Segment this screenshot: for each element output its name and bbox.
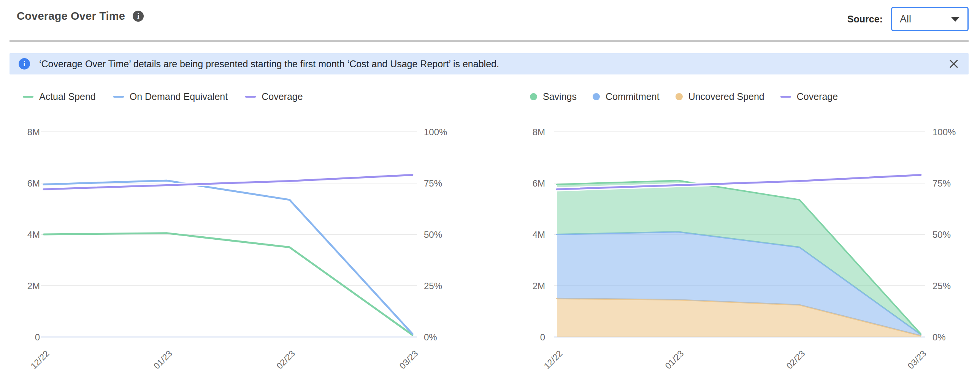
uncovered-spend-swatch <box>676 93 683 100</box>
legend-item-coverage[interactable]: Coverage <box>245 91 302 102</box>
legend-label: Savings <box>543 91 577 102</box>
legend-item-commitment[interactable]: Commitment <box>593 91 660 102</box>
source-control: Source: All <box>847 7 969 31</box>
chart-right: SavingsCommitmentUncovered SpendCoverage… <box>525 88 980 386</box>
y-axis-left-tick: 6M <box>27 178 40 189</box>
banner-info-icon: i <box>19 58 30 70</box>
y-axis-right-tick: 25% <box>932 281 951 291</box>
y-axis-left-tick: 0 <box>540 332 545 342</box>
chart-left: Actual SpendOn Demand EquivalentCoverage… <box>11 88 483 386</box>
coverage-swatch <box>245 96 256 98</box>
savings-swatch <box>530 93 537 100</box>
coverage-over-time-widget: Coverage Over Time i Source: All i ‘Cove… <box>0 0 980 386</box>
x-axis-tick: 12/22 <box>29 348 51 371</box>
x-axis-tick: 03/23 <box>397 348 420 371</box>
y-axis-left-tick: 2M <box>27 281 40 291</box>
close-icon[interactable] <box>948 58 959 70</box>
y-axis-left-tick: 8M <box>27 127 40 137</box>
left-chart-plot[interactable]: 8M100%6M75%4M50%2M25%00%12/2201/2302/230… <box>11 105 483 386</box>
y-axis-right-tick: 0% <box>932 332 946 342</box>
y-axis-left-tick: 0 <box>35 332 40 342</box>
legend-label: Uncovered Spend <box>689 91 764 102</box>
info-icon[interactable]: i <box>133 11 144 22</box>
banner-text: ‘Coverage Over Time’ details are being p… <box>39 59 939 70</box>
x-axis-tick: 03/23 <box>905 348 928 371</box>
x-axis-tick: 02/23 <box>784 348 807 371</box>
y-axis-right-tick: 25% <box>424 281 442 291</box>
legend-label: On Demand Equivalent <box>130 91 228 102</box>
y-axis-left-tick: 6M <box>533 178 545 189</box>
legend-item-on-demand-equivalent[interactable]: On Demand Equivalent <box>113 91 228 102</box>
series-line-on-demand-equivalent <box>44 181 412 334</box>
page-title: Coverage Over Time <box>17 10 125 22</box>
legend-label: Commitment <box>606 91 660 102</box>
right-chart-plot[interactable]: 8M100%6M75%4M50%2M25%00%12/2201/2302/230… <box>525 105 980 386</box>
y-axis-right-tick: 50% <box>932 229 951 240</box>
legend-label: Coverage <box>261 91 302 102</box>
x-axis-tick: 02/23 <box>274 348 297 371</box>
legend-item-savings[interactable]: Savings <box>530 91 577 102</box>
source-select[interactable]: All <box>891 7 969 31</box>
legend-left: Actual SpendOn Demand EquivalentCoverage <box>11 88 483 105</box>
legend-item-actual-spend[interactable]: Actual Spend <box>23 91 96 102</box>
header-divider <box>10 40 969 42</box>
y-axis-left-tick: 8M <box>533 127 545 137</box>
on-demand-equivalent-swatch <box>113 96 124 98</box>
y-axis-right-tick: 100% <box>424 127 447 137</box>
source-select-value: All <box>900 13 911 25</box>
source-label: Source: <box>847 14 883 25</box>
y-axis-right-tick: 0% <box>424 332 437 342</box>
header: Coverage Over Time i <box>17 10 144 22</box>
x-axis-tick: 01/23 <box>152 348 174 371</box>
y-axis-right-tick: 75% <box>932 178 951 189</box>
info-banner: i ‘Coverage Over Time’ details are being… <box>10 53 969 75</box>
legend-label: Actual Spend <box>39 91 96 102</box>
y-axis-left-tick: 4M <box>533 229 545 240</box>
x-axis-tick: 12/22 <box>542 348 564 371</box>
y-axis-left-tick: 2M <box>533 281 545 291</box>
coverage-swatch <box>780 96 791 98</box>
legend-item-uncovered-spend[interactable]: Uncovered Spend <box>676 91 764 102</box>
series-line-actual-spend <box>44 233 412 335</box>
y-axis-left-tick: 4M <box>27 229 40 240</box>
x-axis-tick: 01/23 <box>663 348 686 371</box>
legend-item-coverage[interactable]: Coverage <box>780 91 838 102</box>
legend-right: SavingsCommitmentUncovered SpendCoverage <box>525 88 980 105</box>
actual-spend-swatch <box>23 96 33 98</box>
commitment-swatch <box>593 93 600 100</box>
legend-label: Coverage <box>797 91 838 102</box>
y-axis-right-tick: 75% <box>424 178 442 189</box>
y-axis-right-tick: 100% <box>932 127 956 137</box>
y-axis-right-tick: 50% <box>424 229 442 240</box>
chevron-down-icon <box>951 17 960 22</box>
